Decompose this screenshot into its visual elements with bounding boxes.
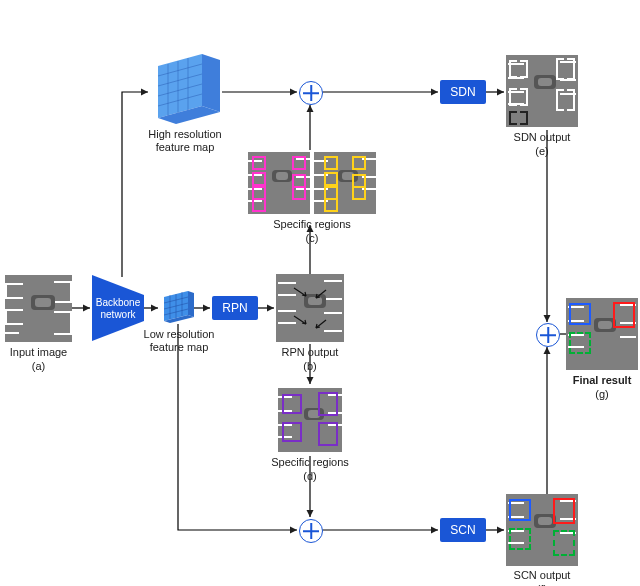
final-result-label: Final result <box>566 374 638 388</box>
sdn-output <box>506 55 578 127</box>
rpn-block: RPN <box>212 296 258 320</box>
final-result <box>566 298 638 370</box>
sdn-output-tag: (e) <box>506 145 578 159</box>
rpn-label: RPN <box>222 301 247 315</box>
sdn-block: SDN <box>440 80 486 104</box>
scn-output <box>506 494 578 566</box>
backbone-label: Backbone network <box>92 297 144 320</box>
specific-regions-d-tag: (d) <box>268 470 352 484</box>
low-res-label-2: feature map <box>138 341 220 355</box>
sdn-label: SDN <box>450 85 475 99</box>
rpn-output <box>276 274 344 342</box>
backbone-network: Backbone network <box>92 275 144 341</box>
rpn-output-label: RPN output <box>276 346 344 360</box>
scn-output-label-fix: SCN output(f) <box>500 569 584 586</box>
specific-regions-c-tag: (c) <box>248 232 376 246</box>
specific-regions-c-left <box>248 152 310 214</box>
fuse-top <box>299 81 323 105</box>
scn-label: SCN <box>450 523 475 537</box>
input-image <box>5 275 72 342</box>
final-result-tag: (g) <box>566 388 638 402</box>
scn-block: SCN <box>440 518 486 542</box>
fuse-bottom <box>299 519 323 543</box>
input-image-label: Input image <box>5 346 72 360</box>
specific-regions-c-right <box>314 152 376 214</box>
fuse-final <box>536 323 560 347</box>
specific-regions-c-label: Specific regions <box>248 218 376 232</box>
low-res-feature-map <box>158 291 194 325</box>
high-res-label-1: High resolution <box>138 128 232 142</box>
input-image-tag: (a) <box>5 360 72 374</box>
rpn-output-tag: (b) <box>276 360 344 374</box>
high-res-label-2: feature map <box>138 141 232 155</box>
specific-regions-d-label: Specific regions <box>268 456 352 470</box>
low-res-label-1: Low resolution <box>138 328 220 342</box>
sdn-output-label: SDN output <box>506 131 578 145</box>
svg-marker-16 <box>188 291 194 317</box>
svg-marker-25 <box>202 54 220 112</box>
high-res-feature-map <box>148 54 222 132</box>
specific-regions-d <box>278 388 342 452</box>
diagram-root: Input image (a) Backbone network Low res… <box>0 0 640 586</box>
